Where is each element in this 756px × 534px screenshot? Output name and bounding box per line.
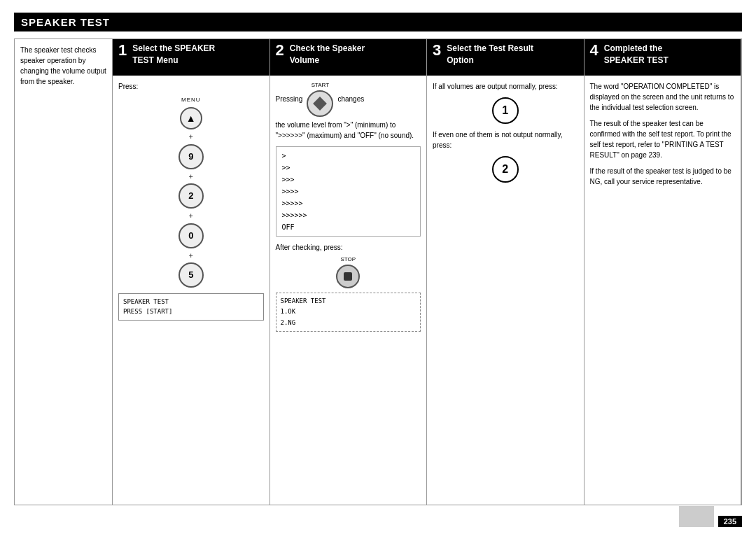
intro-text: The speaker test checks speaker operatio… bbox=[20, 45, 106, 87]
step2-title: Check the Speaker Volume bbox=[290, 43, 365, 66]
vol-5: >>>>> bbox=[282, 197, 415, 209]
pressing-row: Pressing START changes bbox=[276, 81, 421, 117]
pressing-text: Pressing bbox=[276, 94, 303, 104]
plus4: + bbox=[189, 250, 193, 262]
plus3: + bbox=[189, 210, 193, 222]
dashed-line2: 1.OK bbox=[281, 307, 416, 317]
step3-body: If all volumes are output normally, pres… bbox=[427, 76, 584, 505]
step1-number: 1 bbox=[118, 43, 127, 58]
step2-number: 2 bbox=[276, 43, 284, 58]
circle-1: 1 bbox=[492, 97, 519, 124]
step2-description: the volume level from ">" (minimum) to "… bbox=[276, 120, 421, 141]
step3-column: 3 Select the Test Result Option If all v… bbox=[427, 39, 584, 505]
dashed-line3: 2.NG bbox=[281, 318, 416, 328]
vol-3: >>> bbox=[282, 174, 415, 185]
vol-1: > bbox=[282, 150, 415, 162]
vol-2: >> bbox=[282, 162, 415, 174]
page-title: SPEAKER TEST bbox=[14, 13, 742, 31]
step4-body: The word "OPERATION COMPLETED" is displa… bbox=[584, 76, 741, 505]
diamond-icon bbox=[314, 97, 328, 111]
step3-title: Select the Test Result Option bbox=[447, 43, 533, 66]
step2-header: 2 Check the Speaker Volume bbox=[270, 39, 427, 76]
btn-2: 2 bbox=[178, 183, 204, 209]
result-dashed-box: SPEAKER TEST 1.OK 2.NG bbox=[276, 293, 421, 332]
step1-title: Select the SPEAKER TEST Menu bbox=[132, 43, 215, 66]
vol-off: OFF bbox=[282, 221, 415, 233]
up-arrow-btn: ▲ bbox=[180, 107, 202, 129]
step1-body: Press: MENU ▲ + 9 + 2 + 0 + 5 SPEAKER T bbox=[113, 76, 270, 505]
step1-header: 1 Select the SPEAKER TEST Menu bbox=[113, 39, 270, 76]
stop-label: STOP bbox=[340, 255, 356, 264]
start-label: START bbox=[312, 81, 329, 90]
menu-sequence: MENU ▲ + 9 + 2 + 0 + 5 bbox=[118, 96, 264, 288]
changes-text: changes bbox=[337, 94, 364, 104]
step4-header: 4 Completed the SPEAKER TEST bbox=[584, 39, 741, 76]
btn-9: 9 bbox=[178, 144, 204, 169]
stop-button bbox=[336, 265, 360, 288]
step4-para2: The result of the speaker test can be co… bbox=[590, 118, 736, 160]
after-label: After checking, press: bbox=[276, 242, 421, 253]
start-button bbox=[307, 90, 333, 117]
gray-decorative-box bbox=[679, 506, 714, 527]
step2-body: Pressing START changes the volume level … bbox=[270, 76, 427, 505]
screen-line1: SPEAKER TEST bbox=[123, 297, 259, 307]
step4-para1: The word "OPERATION COMPLETED" is displa… bbox=[590, 81, 736, 113]
page-number: 235 bbox=[718, 516, 742, 527]
menu-label: MENU bbox=[181, 96, 201, 104]
step2-column: 2 Check the Speaker Volume Pressing STAR… bbox=[270, 39, 428, 505]
step1-screen: SPEAKER TEST PRESS [START] bbox=[118, 293, 264, 321]
step4-title: Completed the SPEAKER TEST bbox=[604, 43, 668, 66]
step4-para3: If the result of the speaker test is jud… bbox=[590, 166, 736, 187]
step3-header: 3 Select the Test Result Option bbox=[427, 39, 584, 76]
step3-number: 3 bbox=[433, 43, 441, 58]
step4-number: 4 bbox=[590, 43, 598, 58]
stop-icon bbox=[344, 272, 352, 281]
btn-0: 0 bbox=[178, 223, 204, 248]
intro-column: The speaker test checks speaker operatio… bbox=[15, 39, 113, 505]
dashed-line1: SPEAKER TEST bbox=[281, 296, 416, 307]
step4-column: 4 Completed the SPEAKER TEST The word "O… bbox=[584, 39, 742, 505]
press-label: Press: bbox=[118, 81, 264, 92]
plus2: + bbox=[189, 171, 193, 183]
step1-column: 1 Select the SPEAKER TEST Menu Press: ME… bbox=[113, 39, 270, 505]
normal-text: If all volumes are output normally, pres… bbox=[433, 81, 578, 92]
screen-line2: PRESS [START] bbox=[123, 307, 259, 316]
circle-2: 2 bbox=[492, 156, 519, 183]
main-content: The speaker test checks speaker operatio… bbox=[14, 38, 742, 505]
not-normal-text: If even one of them is not output normal… bbox=[433, 129, 578, 150]
volume-list: > >> >>> >>>> >>>>> >>>>>> OFF bbox=[276, 146, 421, 237]
btn-5: 5 bbox=[178, 262, 204, 288]
plus1: + bbox=[189, 131, 193, 143]
vol-4: >>>> bbox=[282, 185, 415, 197]
vol-6: >>>>>> bbox=[282, 209, 415, 221]
page: SPEAKER TEST The speaker test checks spe… bbox=[0, 0, 756, 534]
